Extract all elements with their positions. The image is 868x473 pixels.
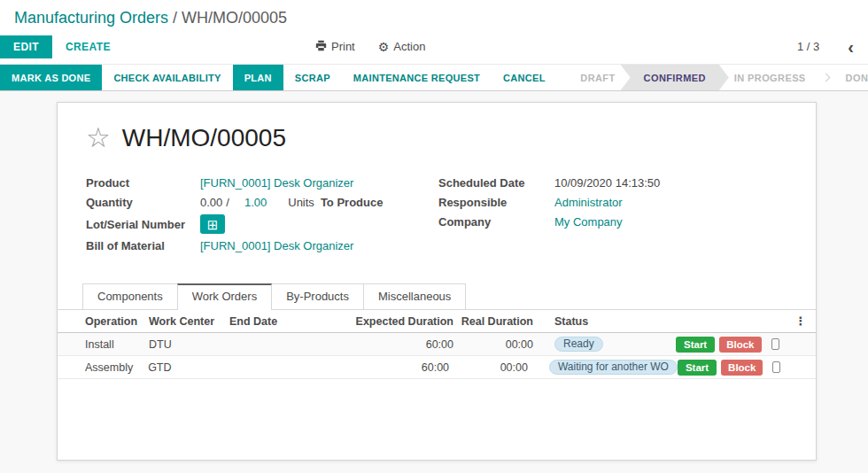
cell-work-center: DTU	[149, 338, 229, 351]
optional-columns-icon[interactable]: ⋮	[786, 314, 816, 328]
check-availability-button[interactable]: CHECK AVAILABILITY	[102, 65, 232, 90]
breadcrumb-separator: /	[168, 9, 182, 27]
block-button[interactable]: Block	[721, 360, 763, 376]
cell-status: Ready	[533, 337, 676, 352]
statusbar: MARK AS DONE CHECK AVAILABILITY PLAN SCR…	[0, 64, 868, 91]
breadcrumb: Manufacturing Orders / WH/MO/00005	[0, 0, 868, 29]
action-menu[interactable]: ⚙ Action	[378, 40, 426, 53]
cell-status: Waiting for another WO	[528, 360, 678, 375]
tablet-view-icon[interactable]	[771, 338, 779, 350]
responsible-link[interactable]: Administrator	[554, 196, 623, 209]
cell-operation: Assembly	[58, 361, 148, 374]
quantity-uom: Units	[288, 196, 314, 209]
quantity-to-produce: 1.00	[244, 196, 267, 209]
tab-components[interactable]: Components	[82, 283, 178, 309]
mark-as-done-button[interactable]: MARK AS DONE	[0, 65, 102, 90]
lot-serial-label: Lot/Serial Number	[86, 218, 200, 231]
maintenance-request-button[interactable]: MAINTENANCE REQUEST	[342, 65, 492, 90]
scrap-button[interactable]: SCRAP	[283, 65, 342, 90]
table-row[interactable]: Assembly GTD 60:00 00:00 Waiting for ano…	[58, 356, 816, 379]
plus-box-icon: ⊞	[207, 218, 219, 231]
table-header-row: Operation Work Center End Date Expected …	[58, 310, 816, 333]
page-title: WH/MO/00005	[122, 124, 286, 152]
create-button[interactable]: CREATE	[66, 41, 111, 53]
status-badge: Ready	[554, 337, 603, 352]
gear-icon: ⚙	[378, 41, 390, 53]
tablet-view-icon[interactable]	[772, 361, 780, 373]
product-label: Product	[86, 176, 200, 190]
pager-previous-icon[interactable]: ‹	[848, 38, 856, 56]
plan-button[interactable]: PLAN	[233, 65, 283, 90]
scheduled-date-value: 10/09/2020 14:13:50	[554, 176, 660, 190]
cell-real-duration: 00:00	[453, 338, 533, 351]
company-label: Company	[438, 215, 554, 229]
cancel-button[interactable]: CANCEL	[492, 65, 557, 90]
print-menu[interactable]: Print	[315, 40, 355, 54]
work-orders-body: Install DTU 60:00 00:00 Ready Start Bloc…	[58, 333, 816, 379]
action-label: Action	[393, 40, 425, 53]
control-panel: EDIT CREATE Print ⚙ Action 1 / 3 ‹	[0, 29, 868, 64]
bom-link[interactable]: [FURN_0001] Desk Organizer	[200, 239, 353, 252]
quantity-separator: /	[226, 196, 229, 209]
state-in-progress[interactable]: IN PROGRESS	[718, 65, 822, 90]
column-operation: Operation	[58, 315, 149, 328]
printer-icon	[315, 40, 327, 54]
table-row[interactable]: Install DTU 60:00 00:00 Ready Start Bloc…	[58, 333, 816, 356]
breadcrumb-parent-link[interactable]: Manufacturing Orders	[14, 9, 168, 27]
state-draft[interactable]: DRAFT	[564, 65, 631, 90]
cell-actions: Start Block	[678, 360, 787, 376]
favorite-star-icon[interactable]: ☆	[86, 125, 111, 151]
quantity-suffix-label: To Produce	[321, 196, 384, 209]
form-background: ☆ WH/MO/00005 Product [FURN_0001] Desk O…	[0, 91, 868, 473]
column-work-center: Work Center	[149, 315, 229, 328]
column-real-duration: Real Duration	[453, 315, 533, 328]
chevron-right-icon	[821, 74, 830, 82]
cell-real-duration: 00:00	[449, 361, 528, 374]
bom-label: Bill of Material	[86, 239, 200, 252]
tab-work-orders[interactable]: Work Orders	[177, 283, 272, 310]
column-expected-duration: Expected Duration	[329, 315, 453, 328]
column-end-date: End Date	[229, 315, 329, 328]
cell-work-center: GTD	[148, 361, 228, 374]
cell-expected-duration: 60:00	[327, 361, 449, 374]
cell-expected-duration: 60:00	[329, 338, 453, 351]
state-confirmed[interactable]: CONFIRMED	[621, 65, 729, 90]
state-done[interactable]: DONE	[830, 65, 868, 90]
product-link[interactable]: [FURN_0001] Desk Organizer	[200, 176, 353, 190]
status-pipeline: DRAFT CONFIRMED IN PROGRESS DONE	[564, 65, 868, 90]
tab-by-products[interactable]: By-Products	[271, 283, 364, 309]
start-button[interactable]: Start	[676, 337, 715, 353]
company-link[interactable]: My Company	[554, 215, 623, 229]
notebook-tabs: Components Work Orders By-Products Misce…	[58, 283, 816, 310]
responsible-label: Responsible	[438, 196, 554, 209]
block-button[interactable]: Block	[719, 337, 761, 353]
quantity-label: Quantity	[86, 196, 200, 209]
add-lot-button[interactable]: ⊞	[200, 214, 225, 234]
print-label: Print	[331, 40, 355, 53]
edit-button[interactable]: EDIT	[0, 35, 52, 58]
start-button[interactable]: Start	[678, 360, 717, 376]
cell-actions: Start Block	[676, 337, 786, 353]
work-orders-table: Operation Work Center End Date Expected …	[58, 310, 816, 379]
cell-operation: Install	[58, 338, 149, 351]
tab-miscellaneous[interactable]: Miscellaneous	[363, 283, 466, 309]
scheduled-date-label: Scheduled Date	[438, 176, 554, 190]
breadcrumb-current: WH/MO/00005	[182, 9, 287, 27]
quantity-produced: 0.00	[200, 196, 222, 209]
column-status: Status	[533, 315, 676, 328]
status-badge: Waiting for another WO	[549, 360, 678, 375]
form-sheet: ☆ WH/MO/00005 Product [FURN_0001] Desk O…	[57, 102, 817, 461]
pager-counter[interactable]: 1 / 3	[797, 40, 819, 53]
